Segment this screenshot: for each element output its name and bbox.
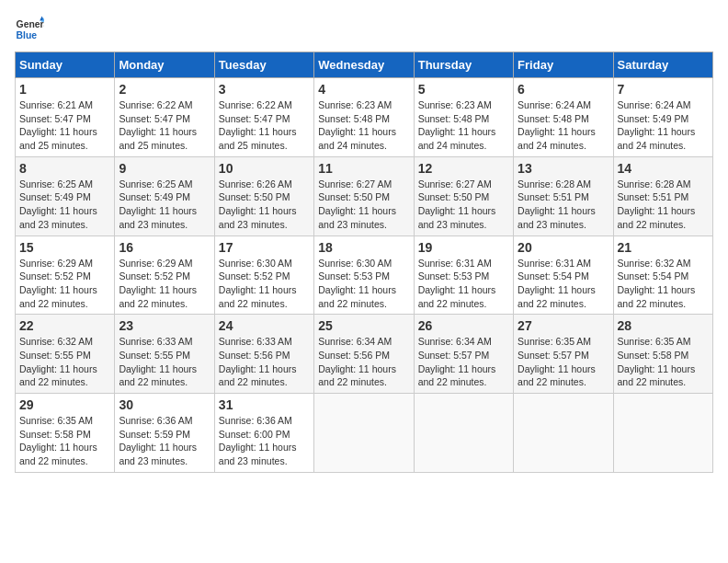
table-row: 26Sunrise: 6:34 AMSunset: 5:57 PMDayligh… [414,315,513,394]
day-info: Sunrise: 6:30 AMSunset: 5:52 PMDaylight:… [219,257,310,311]
day-number: 7 [618,82,709,97]
day-info: Sunrise: 6:36 AMSunset: 5:59 PMDaylight:… [119,414,210,468]
day-info: Sunrise: 6:22 AMSunset: 5:47 PMDaylight:… [219,98,310,153]
day-number: 30 [119,397,210,412]
table-row: 24Sunrise: 6:33 AMSunset: 5:56 PMDayligh… [214,315,313,394]
day-info: Sunrise: 6:29 AMSunset: 5:52 PMDaylight:… [19,257,110,311]
day-number: 4 [318,82,409,97]
day-info: Sunrise: 6:31 AMSunset: 5:53 PMDaylight:… [418,257,509,311]
logo: General Blue [15,15,48,44]
table-row: 13Sunrise: 6:28 AMSunset: 5:51 PMDayligh… [514,156,613,236]
table-row: 10Sunrise: 6:26 AMSunset: 5:50 PMDayligh… [214,156,313,236]
day-number: 2 [119,82,210,97]
day-info: Sunrise: 6:34 AMSunset: 5:56 PMDaylight:… [318,335,409,389]
header-saturday: Saturday [613,52,712,78]
table-row: 22Sunrise: 6:32 AMSunset: 5:55 PMDayligh… [16,315,115,394]
header-wednesday: Wednesday [314,52,414,78]
header-monday: Monday [115,52,214,78]
table-row: 25Sunrise: 6:34 AMSunset: 5:56 PMDayligh… [314,315,414,394]
table-row: 18Sunrise: 6:30 AMSunset: 5:53 PMDayligh… [314,236,414,315]
day-number: 8 [19,161,110,176]
day-number: 16 [119,240,210,255]
table-row: 5Sunrise: 6:23 AMSunset: 5:48 PMDaylight… [414,78,513,157]
calendar-table: SundayMondayTuesdayWednesdayThursdayFrid… [15,52,713,473]
day-info: Sunrise: 6:32 AMSunset: 5:55 PMDaylight:… [19,335,110,389]
day-info: Sunrise: 6:34 AMSunset: 5:57 PMDaylight:… [418,335,509,389]
day-number: 28 [618,318,709,333]
day-info: Sunrise: 6:35 AMSunset: 5:58 PMDaylight:… [19,414,110,468]
header-sunday: Sunday [16,52,115,78]
table-row [414,394,513,473]
day-info: Sunrise: 6:33 AMSunset: 5:56 PMDaylight:… [219,335,310,389]
svg-text:General: General [17,19,44,29]
day-info: Sunrise: 6:28 AMSunset: 5:51 PMDaylight:… [618,178,709,232]
day-number: 31 [219,397,310,412]
table-row: 7Sunrise: 6:24 AMSunset: 5:49 PMDaylight… [613,78,712,157]
table-row: 23Sunrise: 6:33 AMSunset: 5:55 PMDayligh… [115,315,214,394]
day-number: 15 [19,240,110,255]
calendar-week-1: 1Sunrise: 6:21 AMSunset: 5:47 PMDaylight… [16,78,713,157]
calendar-week-3: 15Sunrise: 6:29 AMSunset: 5:52 PMDayligh… [16,236,713,315]
header-friday: Friday [514,52,613,78]
day-number: 17 [219,240,310,255]
day-info: Sunrise: 6:26 AMSunset: 5:50 PMDaylight:… [219,178,310,232]
table-row: 20Sunrise: 6:31 AMSunset: 5:54 PMDayligh… [514,236,613,315]
day-number: 6 [518,82,609,97]
day-info: Sunrise: 6:36 AMSunset: 6:00 PMDaylight:… [219,414,310,468]
day-number: 1 [19,82,110,97]
logo-icon: General Blue [15,15,44,44]
table-row: 16Sunrise: 6:29 AMSunset: 5:52 PMDayligh… [115,236,214,315]
day-number: 27 [518,318,609,333]
day-info: Sunrise: 6:35 AMSunset: 5:57 PMDaylight:… [518,335,609,389]
day-number: 14 [618,161,709,176]
day-number: 13 [518,161,609,176]
table-row: 14Sunrise: 6:28 AMSunset: 5:51 PMDayligh… [613,156,712,236]
table-row: 27Sunrise: 6:35 AMSunset: 5:57 PMDayligh… [514,315,613,394]
day-number: 22 [19,318,110,333]
calendar-header-row: SundayMondayTuesdayWednesdayThursdayFrid… [16,52,713,78]
day-number: 11 [318,161,409,176]
day-info: Sunrise: 6:28 AMSunset: 5:51 PMDaylight:… [518,178,609,232]
table-row: 12Sunrise: 6:27 AMSunset: 5:50 PMDayligh… [414,156,513,236]
day-number: 12 [418,161,509,176]
calendar-week-5: 29Sunrise: 6:35 AMSunset: 5:58 PMDayligh… [16,394,713,473]
day-info: Sunrise: 6:31 AMSunset: 5:54 PMDaylight:… [518,257,609,311]
table-row: 28Sunrise: 6:35 AMSunset: 5:58 PMDayligh… [613,315,712,394]
calendar-week-2: 8Sunrise: 6:25 AMSunset: 5:49 PMDaylight… [16,156,713,236]
day-number: 20 [518,240,609,255]
table-row: 9Sunrise: 6:25 AMSunset: 5:49 PMDaylight… [115,156,214,236]
table-row: 3Sunrise: 6:22 AMSunset: 5:47 PMDaylight… [214,78,313,157]
table-row: 15Sunrise: 6:29 AMSunset: 5:52 PMDayligh… [16,236,115,315]
day-number: 9 [119,161,210,176]
table-row [514,394,613,473]
day-number: 5 [418,82,509,97]
day-info: Sunrise: 6:25 AMSunset: 5:49 PMDaylight:… [19,178,110,232]
table-row: 8Sunrise: 6:25 AMSunset: 5:49 PMDaylight… [16,156,115,236]
table-row: 19Sunrise: 6:31 AMSunset: 5:53 PMDayligh… [414,236,513,315]
table-row: 21Sunrise: 6:32 AMSunset: 5:54 PMDayligh… [613,236,712,315]
day-number: 29 [19,397,110,412]
table-row: 17Sunrise: 6:30 AMSunset: 5:52 PMDayligh… [214,236,313,315]
day-info: Sunrise: 6:27 AMSunset: 5:50 PMDaylight:… [318,178,409,232]
day-info: Sunrise: 6:21 AMSunset: 5:47 PMDaylight:… [19,98,110,153]
header-tuesday: Tuesday [214,52,313,78]
day-info: Sunrise: 6:33 AMSunset: 5:55 PMDaylight:… [119,335,210,389]
day-number: 26 [418,318,509,333]
day-number: 23 [119,318,210,333]
day-number: 3 [219,82,310,97]
day-info: Sunrise: 6:22 AMSunset: 5:47 PMDaylight:… [119,98,210,153]
page-header: General Blue [15,15,713,44]
calendar-week-4: 22Sunrise: 6:32 AMSunset: 5:55 PMDayligh… [16,315,713,394]
day-number: 25 [318,318,409,333]
day-info: Sunrise: 6:35 AMSunset: 5:58 PMDaylight:… [618,335,709,389]
table-row [314,394,414,473]
day-number: 10 [219,161,310,176]
day-info: Sunrise: 6:29 AMSunset: 5:52 PMDaylight:… [119,257,210,311]
calendar-body: 1Sunrise: 6:21 AMSunset: 5:47 PMDaylight… [16,78,713,473]
table-row: 30Sunrise: 6:36 AMSunset: 5:59 PMDayligh… [115,394,214,473]
table-row: 31Sunrise: 6:36 AMSunset: 6:00 PMDayligh… [214,394,313,473]
table-row: 11Sunrise: 6:27 AMSunset: 5:50 PMDayligh… [314,156,414,236]
day-info: Sunrise: 6:23 AMSunset: 5:48 PMDaylight:… [318,98,409,153]
table-row: 4Sunrise: 6:23 AMSunset: 5:48 PMDaylight… [314,78,414,157]
table-row: 2Sunrise: 6:22 AMSunset: 5:47 PMDaylight… [115,78,214,157]
